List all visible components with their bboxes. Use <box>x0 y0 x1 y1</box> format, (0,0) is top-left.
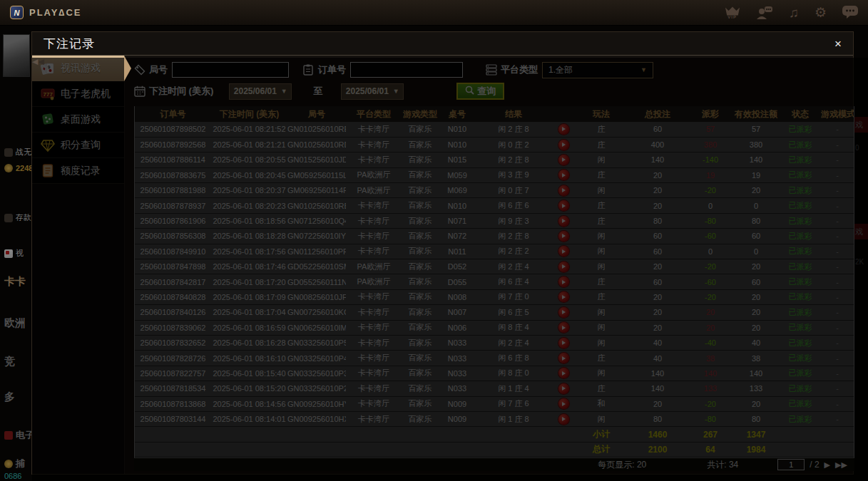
settings-gear-icon[interactable]: ⚙ <box>815 6 827 19</box>
bet-records-modal: 下注记录 × 9 视讯游戏 <box>31 31 854 475</box>
pagination-bar: 每页显示: 20 共计: 34 ◀◀ ◀ / 2 ▶ ▶▶ <box>134 458 854 471</box>
app-logo: N PLAY∆CE <box>10 6 82 19</box>
vip-icon[interactable]: VIP <box>725 6 740 19</box>
modal-content: 局号 订单号 平台类型 1.全部 ▼ <box>125 56 853 474</box>
logo-icon: N <box>10 6 24 19</box>
topbar: N PLAY∆CE VIP ♫ ⚙ <box>0 0 868 26</box>
app-window: N PLAY∆CE VIP ♫ ⚙ <box>0 0 868 481</box>
music-icon[interactable]: ♫ <box>789 6 799 19</box>
customer-service-icon[interactable] <box>756 6 773 20</box>
close-icon[interactable]: × <box>834 38 842 50</box>
logo-text: PLAY∆CE <box>29 7 82 18</box>
chat-icon[interactable] <box>842 6 858 19</box>
prev-page-button[interactable]: ◀ <box>32 58 868 481</box>
modal-header: 下注记录 × <box>32 32 853 56</box>
modal-title: 下注记录 <box>44 36 95 52</box>
